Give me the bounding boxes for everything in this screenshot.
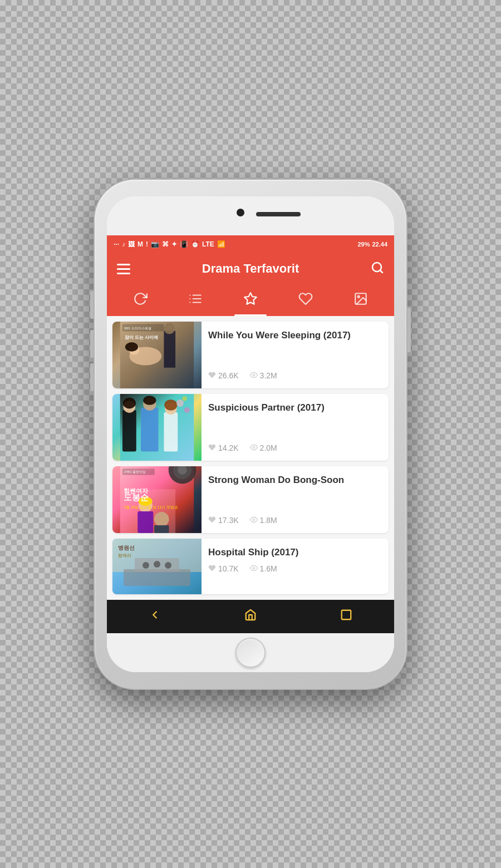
stat-views-1: 3.2M	[250, 371, 277, 381]
battery-level: 29%	[357, 241, 370, 248]
back-button[interactable]	[132, 603, 178, 629]
svg-point-32	[184, 407, 190, 413]
views-count-3: 1.8M	[260, 516, 277, 525]
drama-title-2: Suspicious Partner (2017)	[208, 402, 382, 414]
search-button[interactable]	[371, 261, 384, 277]
drama-title-4: Hospital Ship (2017)	[208, 546, 382, 559]
stat-views-2: 2.0M	[250, 443, 277, 453]
drama-card-2[interactable]: Suspicious Partner (2017) 14.2K	[112, 394, 389, 461]
tab-favorites[interactable]	[234, 285, 267, 316]
time-display: 22.44	[372, 241, 387, 248]
svg-point-33	[183, 396, 187, 401]
recents-button[interactable]	[323, 603, 369, 629]
eye-icon-4	[250, 564, 258, 574]
likes-count-4: 10.7K	[218, 564, 239, 573]
status-icon-signal: 📶	[217, 240, 225, 248]
svg-point-10	[358, 295, 360, 297]
svg-point-20	[253, 374, 255, 376]
svg-point-27	[143, 396, 156, 405]
views-count-1: 3.2M	[260, 371, 277, 380]
tab-list[interactable]	[179, 285, 212, 316]
heart-icon-4	[208, 564, 216, 574]
phone-top-bezel	[107, 196, 394, 235]
status-icon-lte: LTE	[202, 240, 214, 248]
svg-rect-22	[122, 410, 136, 451]
svg-point-57	[165, 562, 171, 569]
status-icon-vibrate: 📳	[180, 240, 188, 248]
svg-text:JTBC 골든타임: JTBC 골든타임	[124, 470, 146, 474]
svg-text:함께라: 함께라	[118, 553, 131, 558]
drama-info-4: Hospital Ship (2017) 10.7K	[202, 539, 389, 594]
drama-stats-2: 14.2K 2.0M	[208, 443, 382, 453]
tab-liked[interactable]	[289, 285, 322, 316]
status-bar: ··· ♪ 🖼 M ! 📷 ⌘ ✦ 📳 ⏰ LTE 📶 29% 22.44	[107, 235, 394, 253]
drama-stats-3: 17.3K 1.8M	[208, 516, 382, 525]
stat-likes-1: 26.6K	[208, 371, 239, 381]
svg-line-1	[380, 270, 382, 272]
status-right-info: 29% 22.44	[357, 241, 387, 248]
svg-point-48	[154, 511, 169, 526]
status-icon-apple: ⌘	[162, 240, 169, 248]
status-icon-mail: M	[137, 240, 143, 248]
status-icon-alert: !	[146, 240, 148, 248]
drama-title-3: Strong Woman Do Bong-Soon	[208, 474, 382, 486]
status-icon-bluetooth: ✦	[171, 240, 177, 248]
stat-likes-3: 17.3K	[208, 516, 239, 525]
app-title: Drama Terfavorit	[202, 262, 299, 276]
eye-icon-2	[250, 443, 258, 453]
stat-views-4: 1.6M	[250, 564, 277, 574]
heart-icon-1	[208, 371, 216, 381]
svg-point-30	[164, 399, 177, 410]
drama-info-2: Suspicious Partner (2017) 14.2K	[202, 394, 389, 461]
svg-text:2월 24일 금요일 밤 11시 첫방송: 2월 24일 금요일 밤 11시 첫방송	[124, 505, 178, 510]
tab-gallery[interactable]	[345, 285, 377, 316]
drama-card-3[interactable]: JTBC 골든타임 힘쎈여자 도봉순 2월 24일 금요일 밤 11시 첫방송 …	[112, 466, 389, 533]
home-button[interactable]	[235, 638, 266, 668]
status-icon-gallery: 🖼	[128, 240, 135, 248]
drama-thumbnail-1: SBS 드라마스페셜 잠이 드는 사이에	[112, 322, 202, 388]
svg-point-14	[125, 342, 138, 352]
phone-screen: ··· ♪ 🖼 M ! 📷 ⌘ ✦ 📳 ⏰ LTE 📶 29% 22.44	[107, 196, 394, 672]
svg-rect-61	[342, 610, 351, 620]
hamburger-line-1	[117, 264, 130, 265]
drama-card-4[interactable]: 병원선 함께라 Hospital Ship (2017)	[112, 539, 389, 594]
views-count-4: 1.6M	[260, 564, 277, 573]
svg-rect-25	[141, 407, 158, 451]
likes-count-1: 26.6K	[218, 371, 239, 380]
eye-icon-1	[250, 371, 258, 381]
drama-stats-1: 26.6K 3.2M	[208, 371, 382, 381]
svg-marker-8	[244, 293, 257, 304]
svg-rect-49	[154, 525, 169, 532]
drama-card-1[interactable]: SBS 드라마스페셜 잠이 드는 사이에 While You Were Slee…	[112, 322, 389, 388]
home-nav-button[interactable]	[228, 603, 273, 629]
heart-icon-3	[208, 516, 216, 525]
phone-home-area	[107, 633, 394, 672]
likes-count-3: 17.3K	[218, 516, 239, 525]
drama-info-1: While You Were Sleeping (2017) 26.6K	[202, 322, 389, 388]
svg-text:도봉순: 도봉순	[124, 493, 149, 502]
drama-info-3: Strong Woman Do Bong-Soon 17.3K	[202, 466, 389, 533]
tab-bar	[107, 285, 394, 316]
status-icon-spotify: ♪	[122, 240, 125, 248]
status-icon-dots: ···	[114, 240, 119, 248]
svg-point-34	[253, 446, 255, 448]
hamburger-line-3	[117, 273, 130, 274]
stat-views-3: 1.8M	[250, 516, 277, 525]
tab-recent[interactable]	[124, 285, 156, 316]
svg-point-60	[253, 567, 255, 569]
hamburger-menu[interactable]	[117, 264, 130, 274]
heart-icon-2	[208, 443, 216, 453]
hamburger-line-2	[117, 268, 130, 270]
svg-rect-42	[137, 511, 153, 533]
svg-point-24	[123, 397, 136, 408]
app-header: Drama Terfavorit	[107, 253, 394, 285]
likes-count-2: 14.2K	[218, 443, 239, 452]
svg-point-50	[253, 519, 255, 521]
earpiece-speaker	[256, 212, 301, 216]
drama-stats-4: 10.7K 1.6M	[208, 564, 382, 574]
front-camera	[237, 209, 244, 216]
stat-likes-2: 14.2K	[208, 443, 239, 453]
eye-icon-3	[250, 516, 258, 525]
status-left-icons: ··· ♪ 🖼 M ! 📷 ⌘ ✦ 📳 ⏰ LTE 📶	[114, 240, 225, 248]
svg-point-16	[164, 323, 175, 334]
